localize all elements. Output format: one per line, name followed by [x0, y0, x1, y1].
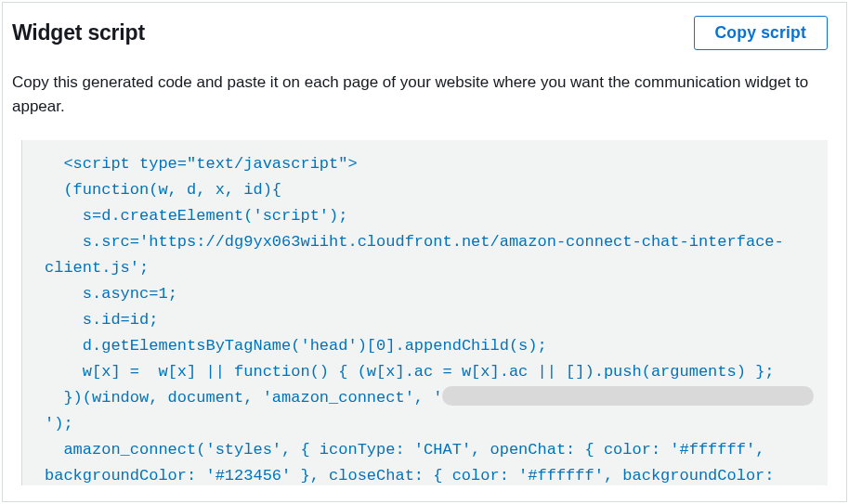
code-line: s.src='https://dg9yx063wiiht.cloudfront.… — [45, 233, 784, 277]
code-line: })(window, document, 'amazon_connect', ' — [45, 389, 442, 407]
code-line: amazon_connect('styles', { iconType: 'CH… — [45, 441, 784, 485]
panel-title: Widget script — [12, 20, 145, 45]
code-line: s.async=1; — [45, 285, 177, 303]
widget-script-panel: Widget script Copy script Copy this gene… — [2, 2, 847, 502]
panel-header: Widget script Copy script — [3, 3, 846, 50]
code-block[interactable]: <script type="text/javascript"> (functio… — [21, 140, 828, 485]
redacted-id — [442, 386, 814, 406]
copy-script-button[interactable]: Copy script — [694, 16, 828, 50]
code-line: s=d.createElement('script'); — [45, 207, 347, 225]
code-line: '); — [45, 415, 73, 433]
code-line: w[x] = w[x] || function() { (w[x].ac = w… — [45, 363, 775, 381]
panel-description: Copy this generated code and paste it on… — [3, 50, 846, 120]
code-line: s.id=id; — [45, 311, 158, 329]
code-line: d.getElementsByTagName('head')[0].append… — [45, 337, 547, 355]
code-line: (function(w, d, x, id){ — [45, 181, 281, 199]
code-line: <script type="text/javascript"> — [45, 155, 358, 173]
